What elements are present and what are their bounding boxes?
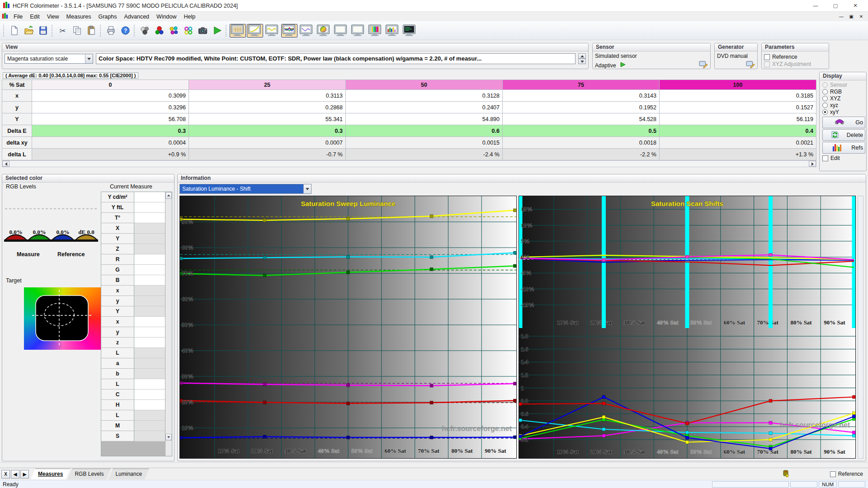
reference-checkbox[interactable]: Reference — [830, 471, 863, 477]
menu-view[interactable]: View — [43, 13, 63, 21]
colorspace-info[interactable]: Color Space: HDTV Rec709 modified, White… — [96, 53, 576, 64]
display-radio-xyz[interactable]: XYZ — [822, 95, 863, 102]
capture-camera-button[interactable] — [196, 24, 209, 38]
table-hscroll[interactable] — [2, 160, 816, 167]
measure-cell[interactable]: 0.3 — [32, 125, 189, 137]
sensor-play-icon[interactable] — [620, 62, 626, 69]
scale-selector[interactable]: Magenta saturation scale — [5, 54, 93, 64]
refs-button[interactable]: Refs — [822, 142, 865, 154]
tab-luminance[interactable]: Luminance — [108, 469, 149, 479]
view-color-bars-button[interactable] — [367, 24, 383, 38]
view-free-measures-button[interactable] — [401, 24, 418, 38]
go-button[interactable]: Go — [822, 117, 865, 128]
sensor-config-button[interactable] — [699, 61, 708, 69]
maximize-button[interactable]: ▢ — [826, 3, 845, 9]
sat-column-header[interactable]: 0 — [32, 80, 189, 90]
generator-config-button[interactable] — [746, 61, 755, 69]
measure-cell[interactable]: 0.0007 — [189, 137, 346, 149]
measure-cell[interactable]: 0.4 — [660, 125, 816, 137]
measures-table[interactable]: % Sat0255075100x0.30990.31130.31280.3143… — [2, 80, 816, 160]
measure-cell[interactable]: 54.890 — [346, 113, 503, 125]
view-nearblack-curve-button[interactable] — [264, 24, 280, 38]
measure-cell[interactable]: 0.0015 — [346, 137, 503, 149]
menu-advanced[interactable]: Advanced — [120, 13, 153, 21]
measure-cell[interactable]: 0.1527 — [660, 102, 816, 113]
measure-primaries-button[interactable] — [152, 24, 166, 38]
measure-cell[interactable]: -2.4 % — [346, 149, 503, 160]
view-rgb-levels-button[interactable] — [281, 24, 297, 38]
measure-cell[interactable]: 0.3296 — [32, 102, 189, 113]
close-button[interactable]: ✕ — [845, 3, 865, 9]
measure-cell[interactable]: 0.2407 — [346, 102, 503, 113]
view-cie-chart-button[interactable] — [316, 24, 332, 38]
view-histogram-button[interactable] — [384, 24, 401, 38]
measure-cell[interactable]: 0.1952 — [503, 102, 660, 113]
measure-cell[interactable]: 0.2868 — [189, 102, 346, 113]
table-row[interactable]: delta xy0.00040.00070.00150.00180.0021 — [2, 137, 816, 149]
measure-cell[interactable]: 0.3113 — [189, 90, 346, 102]
menu-graphs[interactable]: Graphs — [94, 13, 120, 21]
help-button[interactable]: ? — [118, 24, 132, 38]
open-file-button[interactable] — [22, 24, 35, 38]
measure-cell[interactable]: 56.119 — [660, 113, 816, 125]
table-row[interactable]: Y56.70855.34154.89054.52856.119 — [2, 113, 816, 125]
mdi-restore-button[interactable]: ▣ — [846, 14, 856, 19]
measure-cell[interactable]: 0.0021 — [660, 137, 816, 149]
menu-window[interactable]: Window — [153, 13, 180, 21]
tab-measures[interactable]: Measures — [31, 469, 70, 479]
table-row[interactable]: x0.30990.31130.31280.31430.3185 — [2, 90, 816, 102]
table-row[interactable]: y0.32960.28680.24070.19520.1527 — [2, 102, 816, 113]
measure-cell[interactable]: 0.3099 — [32, 90, 189, 102]
measure-cell[interactable]: 54.528 — [503, 113, 660, 125]
edit-checkbox[interactable]: Edit — [822, 155, 863, 161]
measure-cell[interactable]: 0.6 — [346, 125, 503, 137]
view-monitor-a-button[interactable] — [333, 24, 349, 38]
sat-column-header[interactable]: 100 — [660, 80, 816, 90]
menu-edit[interactable]: Edit — [26, 13, 43, 21]
scroll-right-icon[interactable] — [809, 161, 816, 167]
menu-help[interactable]: Help — [180, 13, 199, 21]
measure-cell[interactable]: 0.0004 — [32, 137, 189, 149]
display-radio-xyy[interactable]: xyY — [822, 109, 863, 115]
information-selector[interactable]: Saturation Luminance - Shift — [179, 184, 311, 194]
sat-column-header[interactable]: 25 — [189, 80, 346, 90]
measure-grayscale-button[interactable] — [138, 24, 151, 38]
mdi-minimize-button[interactable]: — — [836, 14, 846, 19]
measure-secondaries-button[interactable] — [167, 24, 180, 38]
run-measures-button[interactable] — [210, 24, 224, 38]
view-luminance-curve-button[interactable] — [298, 24, 315, 38]
measure-cell[interactable]: 0.0018 — [503, 137, 660, 149]
view-measures-table-button[interactable] — [230, 24, 246, 38]
print-button[interactable] — [104, 24, 118, 38]
measure-cell[interactable]: 0.3128 — [346, 90, 503, 102]
view-gamma-curve-button[interactable] — [247, 24, 263, 38]
display-radio-xyz[interactable]: xyz — [822, 102, 863, 108]
measure-cell[interactable]: +1.3 % — [660, 149, 816, 160]
new-document-button[interactable] — [7, 24, 21, 38]
measure-cell[interactable]: -2.2 % — [503, 149, 660, 160]
measure-cell[interactable]: -0.7 % — [189, 149, 346, 160]
measure-cell[interactable]: 56.708 — [32, 113, 189, 125]
current-measure-scrollbar[interactable] — [165, 192, 172, 456]
chevron-down-icon[interactable] — [85, 54, 93, 63]
table-row[interactable]: Delta E0.30.30.60.50.4 — [2, 125, 816, 137]
measure-cell[interactable]: +0.9 % — [32, 149, 189, 160]
measure-cell[interactable]: 0.3 — [189, 125, 346, 137]
sat-column-header[interactable]: 75 — [503, 80, 660, 90]
measure-cell[interactable]: 55.341 — [189, 113, 346, 125]
delete-button[interactable]: Delete — [822, 129, 865, 141]
measure-cell[interactable]: 0.3185 — [660, 90, 816, 102]
reference-checkbox[interactable]: Reference — [764, 54, 826, 60]
display-radio-rgb[interactable]: RGB — [822, 89, 863, 95]
measure-colorchecker-button[interactable] — [181, 24, 195, 38]
current-measure-table[interactable]: Y cd/m²Y ftLT°XYZRGBxyYxyzLabLCHLMS — [101, 192, 172, 456]
mdi-close-button[interactable]: ✕ — [856, 14, 866, 19]
copy-button[interactable] — [70, 24, 84, 38]
measure-cell[interactable]: 0.3143 — [503, 90, 660, 102]
minimize-button[interactable]: — — [806, 3, 826, 9]
prev-view-button[interactable]: ◀ — [11, 470, 19, 479]
measure-cell[interactable]: 0.5 — [503, 125, 660, 137]
paste-button[interactable] — [85, 24, 98, 38]
chevron-down-icon[interactable] — [303, 184, 311, 193]
information-scrollbar[interactable] — [858, 196, 863, 459]
